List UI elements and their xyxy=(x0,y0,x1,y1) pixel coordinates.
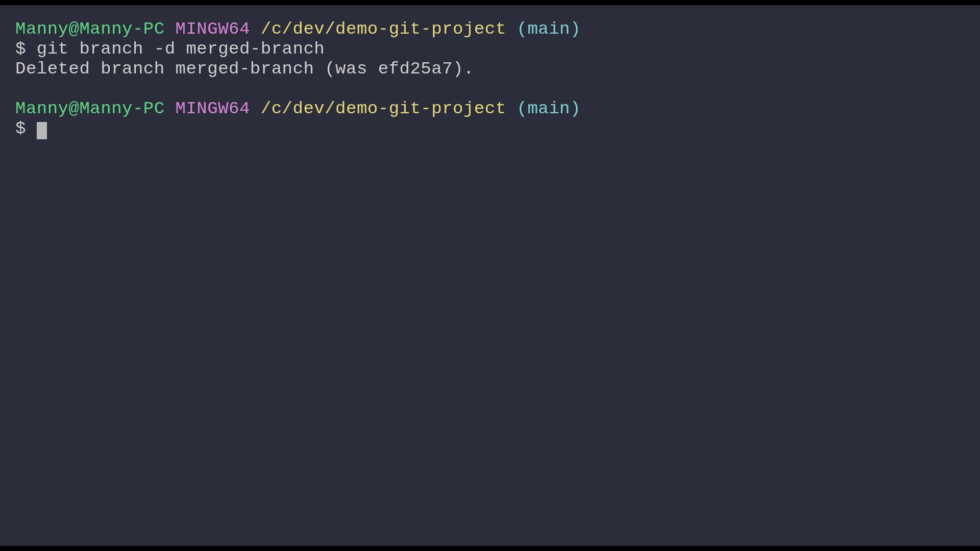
terminal-window[interactable]: Manny@Manny-PC MINGW64 /c/dev/demo-git-p… xyxy=(0,5,980,546)
command-line-1: $ git branch -d merged-branch xyxy=(15,39,965,59)
command-line-2: $ xyxy=(15,119,965,139)
blank-line xyxy=(15,79,965,99)
cursor-icon xyxy=(37,122,47,139)
git-branch: (main) xyxy=(517,19,580,39)
env-label: MINGW64 xyxy=(176,99,250,118)
env-label: MINGW64 xyxy=(176,19,250,39)
user-host: Manny@Manny-PC xyxy=(15,19,165,39)
user-host: Manny@Manny-PC xyxy=(15,99,165,118)
git-branch: (main) xyxy=(517,99,580,118)
cwd-path: /c/dev/demo-git-project xyxy=(261,19,506,39)
command-text: git branch -d merged-branch xyxy=(37,39,325,59)
cwd-path: /c/dev/demo-git-project xyxy=(261,99,506,118)
output-line-1: Deleted branch merged-branch (was efd25a… xyxy=(15,59,965,79)
prompt-symbol: $ xyxy=(15,39,26,59)
prompt-line-2: Manny@Manny-PC MINGW64 /c/dev/demo-git-p… xyxy=(15,99,965,119)
prompt-line-1: Manny@Manny-PC MINGW64 /c/dev/demo-git-p… xyxy=(15,19,965,39)
prompt-symbol: $ xyxy=(15,119,26,138)
